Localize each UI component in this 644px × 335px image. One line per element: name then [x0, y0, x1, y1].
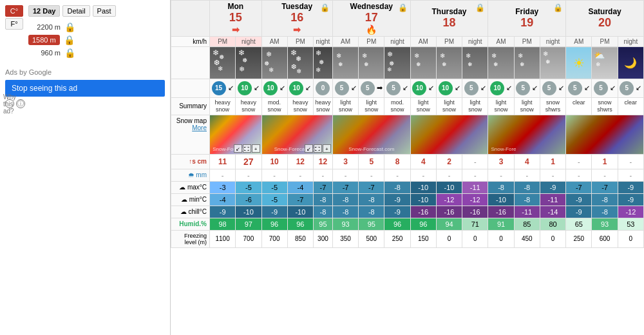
map-btn-2[interactable]: ⛶	[243, 144, 251, 153]
chill-sat-am: -9	[566, 206, 592, 218]
period-sat-night: night	[618, 37, 643, 47]
snowflake-26: ❅	[416, 61, 421, 68]
altitude-row-2200: 2200 m 🔒	[28, 22, 116, 32]
snowflake-25: ❄	[414, 52, 419, 59]
snowflake-20: ❄	[362, 52, 367, 59]
map-btn-6[interactable]: +	[323, 144, 331, 153]
period-thu-night: night	[462, 37, 488, 47]
wx-tue-pm: ❄ ❅ ❆ ❄	[287, 47, 313, 79]
wind-badge-wed-pm: 5	[361, 81, 375, 95]
rain-fri-pm: -	[514, 169, 540, 181]
wind-badge-tue-night: 0	[316, 81, 330, 95]
celsius-button[interactable]: C°	[5, 5, 23, 17]
rain-thu-pm: -	[436, 169, 462, 181]
wx-fri-pm: ❄ ❅	[514, 47, 540, 79]
chill-fri-am: -16	[488, 206, 514, 218]
snow-total-wed-pm: 5	[359, 154, 384, 169]
min-temp-row: ☁ min°C -4 -6 -5 -7 -8 -8 -8 -9 -10 -12 …	[171, 193, 644, 206]
snowflake-28: ❅	[442, 61, 447, 68]
snowflake-17: ❄	[316, 66, 321, 73]
rain-wed-pm: -	[359, 169, 384, 181]
max-thu-night: -11	[462, 181, 488, 193]
altitude-1580[interactable]: 1580 m	[28, 35, 60, 45]
freeze-thu-night: 0	[462, 230, 488, 247]
sum-fri-night: snowshwrs	[540, 98, 565, 115]
max-wed-night: -8	[384, 181, 410, 193]
snow-map-more-link[interactable]: More	[192, 124, 207, 131]
rain-sat-night: -	[618, 169, 643, 181]
snow-map-label: Snow mapMore	[171, 115, 210, 154]
map-btn-4[interactable]: ↙	[305, 144, 313, 153]
wind-wed-night: 5 ↙	[384, 79, 410, 98]
thu-name: Thursday	[413, 7, 486, 16]
altitude-row-1580[interactable]: 1580 m 🔒	[28, 35, 116, 45]
fri-num: 19	[491, 16, 563, 30]
day-cell-thu: Thursday 18 🔒	[410, 1, 488, 37]
freeze-mon-pm: 1100	[210, 230, 236, 247]
snow-total-mon-pm: 11	[210, 154, 236, 169]
wind-badge-thu-pm: 10	[439, 81, 453, 95]
wind-sat-pm: 5 ↙	[592, 79, 618, 98]
snow-total-fri-am: 3	[488, 154, 514, 169]
detail-button[interactable]: Detail	[62, 5, 90, 17]
sum-tue-am: mod.snow	[261, 98, 287, 115]
freeze-sat-am: 250	[566, 230, 592, 247]
sat-name: Saturday	[569, 7, 641, 16]
min-thu-pm: -12	[436, 193, 462, 206]
wind-badge-sat-night: 5	[620, 81, 634, 95]
humid-fri-am: 91	[488, 218, 514, 230]
map-btn-1[interactable]: ↙	[234, 144, 242, 153]
min-mon-night: -6	[236, 193, 261, 206]
map-btn-3[interactable]: +	[252, 144, 260, 153]
min-tue-night: -8	[314, 193, 333, 206]
map-btn-5[interactable]: ⛶	[314, 144, 322, 153]
chill-fri-pm: -11	[514, 206, 540, 218]
map-controls-2[interactable]: ↙ ⛶ +	[305, 144, 331, 153]
period-tue-am: AM	[261, 37, 287, 47]
rain-mon-night: -	[236, 169, 261, 181]
wind-arrow-fri-night: ↙	[558, 84, 564, 91]
sum-sat-night: clear	[618, 98, 643, 115]
min-sat-night: -9	[618, 193, 643, 206]
freeze-tue-am: 700	[261, 230, 287, 247]
snow-totals-label: ↑s cm	[171, 154, 210, 169]
wind-badge-thu-am: 10	[412, 81, 426, 95]
period-wed-pm: PM	[359, 37, 384, 47]
map-controls-1[interactable]: ↙ ⛶ +	[234, 144, 260, 153]
snowflake-27: ❄	[440, 52, 445, 59]
min-thu-am: -10	[410, 193, 436, 206]
period-wed-am: AM	[332, 37, 358, 47]
past-button[interactable]: Past	[93, 5, 116, 17]
snow-total-sat-pm: 1	[592, 154, 618, 169]
max-tue-pm: -4	[287, 181, 313, 193]
freeze-fri-night: 0	[540, 230, 565, 247]
max-mon-pm: -3	[210, 181, 236, 193]
wx-fri-night: ❄ ❅	[540, 47, 565, 79]
wind-badge-tue-pm: 10	[289, 81, 303, 95]
mon-num: 15	[213, 11, 259, 24]
fahrenheit-button[interactable]: F°	[5, 18, 23, 30]
rain-fri-night: -	[540, 169, 565, 181]
period-sat-pm: PM	[592, 37, 618, 47]
humid-sat-am: 65	[566, 218, 592, 230]
period-thu-pm: PM	[436, 37, 462, 47]
chill-fri-night: -14	[540, 206, 565, 218]
wed-arrow: 🔥	[336, 24, 408, 35]
period-fri-am: AM	[488, 37, 514, 47]
humid-fri-pm: 85	[514, 218, 540, 230]
sum-thu-am: lightsnow	[410, 98, 436, 115]
altitude-labels: 2200 m 🔒 1580 m 🔒 960 m 🔒	[28, 22, 116, 58]
rain-sat-pm: -	[592, 169, 618, 181]
sidebar: C° F° 12 Day Detail Past 2200 m 🔒 1580 m	[0, 0, 171, 335]
why-ad-link[interactable]: Why this ad? ⓘ	[5, 99, 165, 108]
chill-tue-night: -8	[314, 206, 333, 218]
snowflake-33: ❄	[518, 52, 523, 59]
freeze-wed-am: 350	[332, 230, 358, 247]
humidity-row: Humid.% 98 97 96 96 95 93 95 96 96 94 71…	[171, 218, 644, 230]
12day-button[interactable]: 12 Day	[28, 5, 60, 17]
stop-ad-button[interactable]: Stop seeing this ad	[5, 80, 165, 97]
period-tue-pm: PM	[287, 37, 313, 47]
min-tue-pm: -7	[287, 193, 313, 206]
weather-table: Mon 15 ➡ Tuesday 16 🔒 ➡ Wednesday 17	[171, 0, 644, 248]
wind-badge-thu-night: 5	[464, 81, 478, 95]
